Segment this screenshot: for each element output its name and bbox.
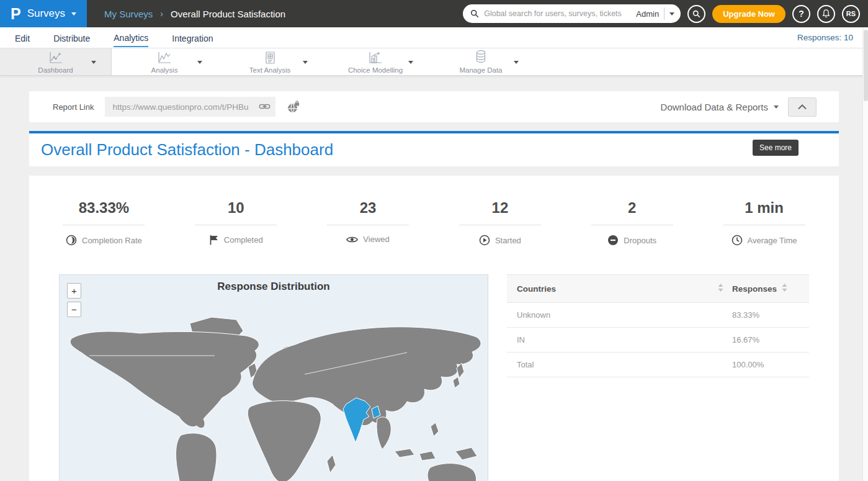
stat-label: Completion Rate <box>82 236 142 245</box>
column-header-responses[interactable]: Responses <box>732 284 777 294</box>
stat-value: 12 <box>492 199 509 217</box>
breadcrumb: My Surveys › Overall Product Satisfactio… <box>104 9 285 19</box>
questionpro-logo-icon: P <box>11 6 21 22</box>
countries-responses-table: Countries Responses <box>507 274 809 481</box>
chevron-down-icon[interactable] <box>197 61 202 64</box>
table-row: Unknown 83.33% <box>507 303 809 328</box>
tab-edit[interactable]: Edit <box>15 29 30 47</box>
toolbar-item-text-analysis[interactable]: Text Analysis <box>217 48 323 75</box>
map-zoom-out-button[interactable]: − <box>67 302 81 317</box>
stat-value: 2 <box>628 199 636 217</box>
dashboard-line-chart-icon <box>48 51 64 65</box>
stat-value: 23 <box>360 199 377 217</box>
toolbar-item-dashboard[interactable]: Dashboard <box>0 48 112 75</box>
toolbar-item-label: Choice Modelling <box>348 66 403 74</box>
tab-distribute[interactable]: Distribute <box>53 29 90 47</box>
help-button[interactable]: ? <box>792 5 810 23</box>
survey-stats-row: 83.33% Completion Rate 10 <box>29 199 839 246</box>
download-data-reports-label: Download Data & Reports <box>661 102 768 112</box>
report-visibility-button[interactable] <box>287 101 300 114</box>
tab-integration[interactable]: Integration <box>172 29 213 47</box>
responses-cell: 16.67% <box>732 335 799 344</box>
country-cell: Total <box>517 360 732 369</box>
notifications-button[interactable] <box>817 5 835 23</box>
breadcrumb-current-survey: Overall Product Satisfaction <box>171 9 285 19</box>
scrollbar-thumb[interactable] <box>864 30 868 101</box>
bell-icon <box>822 9 830 18</box>
link-icon[interactable] <box>259 101 271 114</box>
chevron-down-icon <box>71 12 76 16</box>
column-header-countries[interactable]: Countries <box>517 284 556 294</box>
responses-cell: 83.33% <box>732 310 799 320</box>
collapse-header-button[interactable] <box>788 97 817 117</box>
stat-viewed: 23 Viewed <box>302 199 434 246</box>
global-search-input[interactable] <box>484 9 631 18</box>
stat-label: Viewed <box>363 235 389 244</box>
search-button[interactable] <box>687 5 705 23</box>
globe-lock-icon <box>287 101 300 114</box>
stat-label: Average Time <box>748 236 797 245</box>
report-link-label: Report Link <box>53 102 94 112</box>
world-map[interactable] <box>60 275 488 481</box>
user-avatar[interactable]: RS <box>842 5 860 23</box>
response-distribution-map[interactable]: Response Distribution + − <box>59 274 488 481</box>
search-scope-selector[interactable]: Admin <box>636 9 659 19</box>
analysis-chart-icon <box>156 51 172 65</box>
chevron-down-icon[interactable] <box>514 61 519 64</box>
see-more-tooltip: See more <box>753 140 799 156</box>
search-icon <box>692 10 700 18</box>
chevron-down-icon[interactable] <box>669 12 674 16</box>
stat-value: 1 min <box>745 199 784 217</box>
distribution-section: Response Distribution + − <box>29 274 839 481</box>
half-circle-icon <box>66 235 77 246</box>
divider <box>664 7 664 20</box>
divider <box>459 225 541 225</box>
country-cell: Unknown <box>517 310 732 320</box>
responses-count: Responses: 10 <box>797 33 853 42</box>
download-data-reports-menu[interactable]: Download Data & Reports <box>661 102 779 112</box>
choice-modelling-chart-icon <box>367 51 383 65</box>
global-search-bar[interactable]: Admin <box>463 4 681 23</box>
dashboard-main: Report Link Download Data & R <box>0 91 868 481</box>
divider <box>723 225 805 225</box>
analytics-toolbar: Dashboard Analysis Text Analysis <box>0 48 868 76</box>
stat-dropouts: 2 Dropouts <box>566 199 698 246</box>
report-link-bar: Report Link Download Data & R <box>29 91 839 122</box>
toolbar-item-label: Dashboard <box>38 66 73 74</box>
app-logo-surveys-menu[interactable]: P Surveys <box>0 0 87 27</box>
page-scrollbar[interactable] <box>862 27 868 481</box>
table-row: Total 100.00% <box>507 353 809 377</box>
play-circle-icon <box>479 235 490 246</box>
toolbar-item-manage-data[interactable]: Manage Data <box>428 48 534 75</box>
map-zoom-in-button[interactable]: + <box>67 283 81 299</box>
toolbar-item-label: Manage Data <box>459 66 502 74</box>
report-link-input[interactable] <box>105 97 275 117</box>
toolbar-item-label: Analysis <box>151 66 178 74</box>
topbar-actions: Admin Upgrade Now ? RS <box>463 4 868 23</box>
divider <box>591 225 673 225</box>
chevron-down-icon[interactable] <box>408 61 413 64</box>
stat-started: 12 Started <box>434 199 566 246</box>
page-title: Overall Product Satisfaction - Dashboard <box>41 140 333 160</box>
divider <box>195 225 277 225</box>
top-bar: P Surveys My Surveys › Overall Product S… <box>0 0 868 27</box>
chevron-down-icon[interactable] <box>303 61 308 64</box>
toolbar-item-choice-modelling[interactable]: Choice Modelling <box>323 48 428 75</box>
table-row: IN 16.67% <box>507 328 809 353</box>
page-title-band: Overall Product Satisfaction - Dashboard <box>29 133 839 166</box>
chevron-down-icon[interactable] <box>91 61 96 64</box>
tab-analytics[interactable]: Analytics <box>114 29 148 47</box>
stat-average-time: 1 min Average Time <box>698 199 830 246</box>
sort-icon[interactable] <box>782 284 787 294</box>
breadcrumb-my-surveys[interactable]: My Surveys <box>104 9 153 19</box>
clock-icon <box>732 235 743 246</box>
stat-label: Completed <box>224 235 263 245</box>
sort-icon[interactable] <box>718 284 723 294</box>
stat-label: Started <box>495 236 521 245</box>
breadcrumb-separator: › <box>160 9 163 19</box>
chevron-down-icon <box>774 106 779 109</box>
toolbar-item-analysis[interactable]: Analysis <box>112 48 217 75</box>
upgrade-now-button[interactable]: Upgrade Now <box>712 5 785 23</box>
toolbar-item-label: Text Analysis <box>249 66 290 74</box>
database-icon <box>474 51 488 65</box>
